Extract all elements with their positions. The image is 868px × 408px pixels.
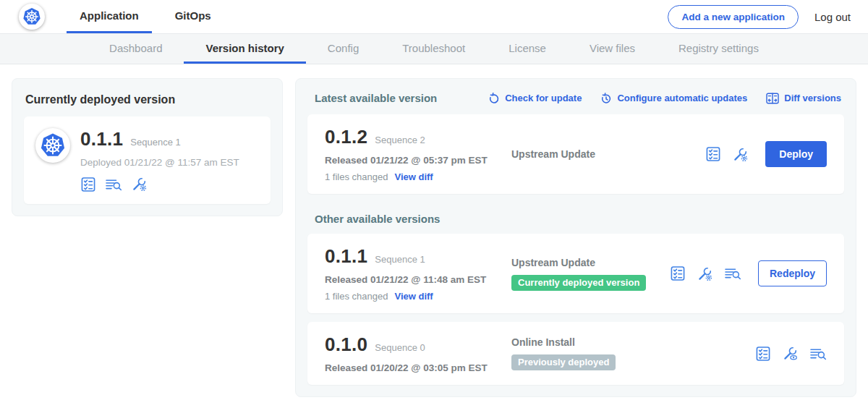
subnav-tab-config[interactable]: Config bbox=[306, 34, 380, 64]
other-versions-title: Other available versions bbox=[315, 213, 844, 225]
files-changed-label: 1 files changed bbox=[325, 291, 388, 302]
subnav-tab-license[interactable]: License bbox=[487, 34, 568, 64]
tab-application[interactable]: Application bbox=[67, 0, 152, 33]
version-history-panel: Latest available version Check for updat… bbox=[295, 78, 856, 397]
diff-icon bbox=[766, 93, 779, 104]
preflight-checks-icon[interactable] bbox=[670, 265, 686, 281]
subnav-tab-dashboard[interactable]: Dashboard bbox=[88, 34, 184, 64]
deploy-logs-icon[interactable] bbox=[724, 266, 741, 281]
version-number: 0.1.0 bbox=[325, 333, 367, 356]
released-timestamp: Released 01/20/22 @ 03:05 pm EST bbox=[325, 362, 511, 373]
refresh-icon bbox=[488, 93, 500, 104]
files-changed-label: 1 files changed bbox=[325, 171, 388, 182]
redeploy-button[interactable]: Redeploy bbox=[758, 260, 827, 286]
released-timestamp: Released 01/21/22 @ 05:37 pm EST bbox=[325, 155, 511, 166]
header-tabs: Application GitOps bbox=[67, 0, 224, 33]
app-subnav: Dashboard Version history Config Trouble… bbox=[0, 34, 868, 64]
subnav-tab-view-files[interactable]: View files bbox=[568, 34, 657, 64]
configure-automatic-updates-label: Configure automatic updates bbox=[617, 93, 747, 103]
deployed-timestamp: Deployed 01/21/22 @ 11:57 am EST bbox=[80, 157, 239, 168]
version-source-label: Upstream Update bbox=[511, 148, 595, 160]
app-logo bbox=[19, 0, 45, 33]
previously-deployed-badge: Previously deployed bbox=[511, 354, 616, 370]
released-timestamp: Released 01/21/22 @ 11:48 am EST bbox=[325, 274, 511, 285]
diff-versions-link[interactable]: Diff versions bbox=[766, 93, 841, 104]
version-number: 0.1.1 bbox=[325, 245, 367, 268]
version-source-label: Upstream Update bbox=[511, 257, 595, 268]
deployed-version-number: 0.1.1 bbox=[80, 128, 123, 150]
latest-version-title: Latest available version bbox=[315, 92, 437, 104]
auto-update-icon bbox=[600, 93, 612, 104]
check-for-update-link[interactable]: Check for update bbox=[488, 93, 582, 104]
view-config-icon[interactable] bbox=[782, 345, 799, 362]
subnav-tab-version-history[interactable]: Version history bbox=[184, 34, 305, 64]
config-icon[interactable] bbox=[697, 265, 713, 282]
add-application-button[interactable]: Add a new application bbox=[668, 5, 799, 29]
tab-gitops-label: GitOps bbox=[175, 9, 211, 22]
check-for-update-label: Check for update bbox=[505, 93, 582, 103]
version-card-0-1-0: 0.1.0 Sequence 0 Released 01/20/22 @ 03:… bbox=[307, 322, 844, 385]
preflight-checks-icon[interactable] bbox=[755, 346, 771, 362]
sequence-label: Sequence 0 bbox=[375, 342, 425, 353]
subnav-tab-registry-settings[interactable]: Registry settings bbox=[657, 34, 780, 64]
tab-gitops[interactable]: GitOps bbox=[162, 0, 224, 33]
diff-versions-label: Diff versions bbox=[784, 93, 841, 103]
configure-automatic-updates-link[interactable]: Configure automatic updates bbox=[600, 93, 747, 104]
currently-deployed-badge: Currently deployed version bbox=[511, 275, 646, 291]
version-source-label: Online Install bbox=[511, 336, 575, 348]
deploy-logs-icon[interactable] bbox=[809, 347, 827, 361]
logout-link[interactable]: Log out bbox=[814, 11, 851, 23]
preflight-checks-icon[interactable] bbox=[80, 177, 96, 192]
sequence-label: Sequence 2 bbox=[375, 135, 425, 145]
sequence-label: Sequence 1 bbox=[375, 254, 425, 265]
preflight-checks-icon[interactable] bbox=[705, 146, 721, 162]
currently-deployed-panel: Currently deployed version 0.1.1 Sequenc… bbox=[12, 78, 283, 216]
view-diff-link[interactable]: View diff bbox=[394, 171, 433, 182]
subnav-tab-troubleshoot[interactable]: Troubleshoot bbox=[380, 34, 487, 64]
kubernetes-logo-icon bbox=[19, 4, 45, 30]
deploy-logs-icon[interactable] bbox=[105, 177, 122, 192]
top-header: Application GitOps Add a new application… bbox=[0, 0, 868, 34]
deployed-sequence-label: Sequence 1 bbox=[130, 137, 180, 148]
version-card-0-1-1: 0.1.1 Sequence 1 Released 01/21/22 @ 11:… bbox=[307, 234, 844, 313]
deploy-button[interactable]: Deploy bbox=[765, 141, 827, 167]
config-icon[interactable] bbox=[131, 176, 148, 192]
view-diff-link[interactable]: View diff bbox=[394, 291, 433, 302]
tab-application-label: Application bbox=[80, 9, 139, 22]
kubernetes-logo-icon bbox=[35, 128, 70, 163]
version-number: 0.1.2 bbox=[325, 126, 367, 148]
currently-deployed-title: Currently deployed version bbox=[25, 93, 271, 106]
config-icon[interactable] bbox=[732, 146, 749, 163]
deployed-version-card: 0.1.1 Sequence 1 Deployed 01/21/22 @ 11:… bbox=[24, 116, 271, 204]
version-card-0-1-2: 0.1.2 Sequence 2 Released 01/21/22 @ 05:… bbox=[307, 114, 844, 194]
